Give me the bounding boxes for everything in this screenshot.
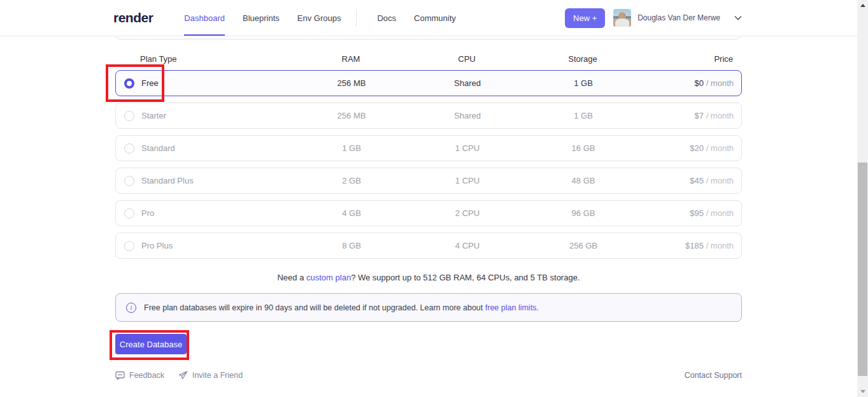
plan-radio[interactable] [124,176,134,186]
plan-radio[interactable] [124,241,134,251]
column-header-price: Price [641,54,733,64]
nav-link-community[interactable]: Community [414,0,456,36]
plan-row-starter[interactable]: Starter 256 MB Shared 1 GB $7 / month [115,103,742,129]
plan-storage: 16 GB [525,143,641,153]
plan-storage: 1 GB [525,78,641,88]
plan-radio[interactable] [124,143,134,154]
nav-link-docs[interactable]: Docs [377,0,396,36]
main-content: Plan Type RAM CPU Storage Price Free 256… [115,36,742,380]
plan-row-standard[interactable]: Standard 1 GB 1 CPU 16 GB $20 / month [115,135,742,161]
user-avatar[interactable] [613,9,631,27]
custom-plan-line: Need a custom plan? We support up to 512… [115,273,742,282]
top-header: render Dashboard Blueprints Env Groups D… [0,0,857,36]
plan-table-header: Plan Type RAM CPU Storage Price [115,54,742,64]
scrollbar-down-arrow[interactable] [857,386,868,397]
column-header-ram: RAM [293,54,409,64]
plan-cpu: 2 CPU [409,208,525,218]
plan-cpu: Shared [409,78,525,88]
plan-storage: 48 GB [525,176,641,185]
chevron-down-icon[interactable] [734,15,742,20]
info-icon: i [126,303,136,313]
main-nav: Dashboard Blueprints Env Groups Docs Com… [184,0,473,36]
create-database-button[interactable]: Create Database [115,334,187,354]
plan-radio[interactable] [124,111,134,121]
custom-plan-link[interactable]: custom plan [306,273,351,282]
nav-tab-env-groups[interactable]: Env Groups [297,0,341,36]
plan-cpu: Shared [409,111,525,120]
plan-name: Pro Plus [141,241,173,250]
plan-cpu: 1 CPU [409,143,525,153]
nav-tab-blueprints[interactable]: Blueprints [243,0,280,36]
invite-friend-link[interactable]: Invite a Friend [178,371,243,380]
column-header-plan-type: Plan Type [124,54,293,64]
plan-price: $0 / month [641,78,734,88]
plan-row-free[interactable]: Free 256 MB Shared 1 GB $0 / month [115,70,742,96]
nav-tab-dashboard[interactable]: Dashboard [184,0,225,36]
plan-row-pro[interactable]: Pro 4 GB 2 CPU 96 GB $95 / month [115,200,742,226]
user-menu-name[interactable]: Douglas Van Der Merwe [637,13,720,22]
plan-price: $20 / month [641,143,734,153]
plan-price: $45 / month [641,176,734,185]
render-logo[interactable]: render [113,10,153,25]
plan-name: Standard [141,143,175,153]
scrollbar-thumb[interactable] [858,162,867,376]
contact-support-link[interactable]: Contact Support [685,371,742,380]
plan-storage: 96 GB [525,208,641,218]
plan-ram: 1 GB [294,143,409,153]
plan-list: Free 256 MB Shared 1 GB $0 / month Start… [115,70,742,259]
plan-price: $95 / month [641,208,734,218]
column-header-cpu: CPU [409,54,525,64]
plan-name: Starter [141,111,166,120]
plan-ram: 2 GB [294,176,409,185]
feedback-link[interactable]: Feedback [115,371,164,380]
plan-row-pro-plus[interactable]: Pro Plus 8 GB 4 CPU 256 GB $185 / month [115,233,742,259]
plan-ram: 8 GB [294,241,409,250]
free-plan-limits-link[interactable]: free plan limits [485,303,537,312]
plan-name: Pro [141,208,154,218]
new-button[interactable]: New + [565,8,605,28]
plan-ram: 4 GB [294,208,409,218]
plan-row-standard-plus[interactable]: Standard Plus 2 GB 1 CPU 48 GB $45 / mon… [115,168,742,194]
feedback-chat-icon [115,371,125,380]
plan-radio[interactable] [124,78,134,89]
free-plan-info-banner: i Free plan databases will expire in 90 … [115,293,742,322]
plan-radio[interactable] [124,208,134,219]
plan-cpu: 1 CPU [409,176,525,185]
plan-price: $7 / month [641,111,734,120]
plan-price: $185 / month [641,241,734,250]
plan-ram: 256 MB [294,111,409,120]
plan-ram: 256 MB [294,78,409,88]
scrollbar-up-arrow[interactable] [857,0,868,11]
banner-text: Free plan databases will expire in 90 da… [144,303,485,312]
plan-storage: 1 GB [525,111,641,120]
plan-storage: 256 GB [525,241,641,250]
plan-name: Free [141,78,159,88]
page-scrollbar[interactable] [857,0,868,397]
page-footer: Feedback Invite a Friend Contact Support [115,371,742,380]
nav-divider [356,9,357,27]
paper-plane-icon [178,371,188,380]
plan-name: Standard Plus [141,176,194,185]
plan-cpu: 4 CPU [409,241,525,250]
column-header-storage: Storage [525,54,641,64]
